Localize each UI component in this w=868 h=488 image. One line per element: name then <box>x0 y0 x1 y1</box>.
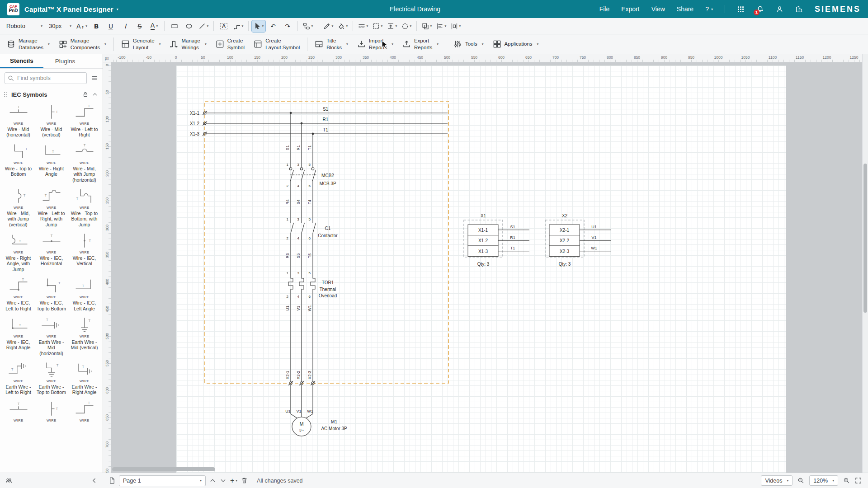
import-reports-button[interactable]: ImportReports▾ <box>353 36 397 52</box>
videos-select[interactable]: Videos ▾ <box>761 475 793 486</box>
help-icon: ? <box>705 5 709 13</box>
stencil-jump-v[interactable]: TWIREWire - Mid, with Jump (vertical) <box>3 187 34 227</box>
page-select[interactable]: Page 1 ▾ <box>119 475 206 486</box>
help-button[interactable]: ? ▾ <box>705 5 713 13</box>
menu-export[interactable]: Export <box>621 5 639 13</box>
stencil-iec-ra[interactable]: TWIREWire - IEC, Right Angle <box>3 316 34 356</box>
fit-screen-button[interactable] <box>855 477 862 484</box>
applications-button[interactable]: Applications▾ <box>489 38 543 50</box>
manage-components-button[interactable]: ManageComponents▾ <box>55 36 110 52</box>
spacing-button[interactable]: ▾ <box>385 20 399 32</box>
stencil-section-header[interactable]: IEC Symbols <box>0 88 103 101</box>
generate-layout-button[interactable]: GenerateLayout▾ <box>117 36 165 52</box>
wire-stencil-icon: TWIRE <box>6 232 31 254</box>
horizontal-scrollbar[interactable] <box>112 467 215 471</box>
selection-boundary[interactable] <box>205 101 448 383</box>
stencil-lr-jump[interactable]: TWIREWire - Left to Right, with Jump <box>36 187 67 227</box>
bold-button[interactable]: B <box>90 20 103 32</box>
stencil-iec-v[interactable]: TWIREWire - IEC, Vertical <box>69 232 100 272</box>
stencil-iec-lr[interactable]: TWIREWire - IEC, Left to Right <box>3 277 34 311</box>
lock-icon[interactable] <box>82 91 89 98</box>
line-weight-button[interactable]: ▾ <box>321 20 335 32</box>
collapse-section-button[interactable] <box>92 91 98 98</box>
export-reports-button[interactable]: ExportReports▾ <box>398 36 443 52</box>
zoom-out-button[interactable] <box>797 477 804 484</box>
font-color-button[interactable]: A▾ <box>147 20 161 32</box>
stencil-mid-v[interactable]: TWIREWire - Mid (vertical) <box>36 103 67 138</box>
italic-button[interactable]: I <box>118 20 132 32</box>
vertical-scrollbar[interactable] <box>862 54 868 473</box>
create-symbol-button[interactable]: CreateSymbol <box>212 36 249 52</box>
undo-button[interactable]: ↶ <box>266 20 280 32</box>
app-name-menu[interactable]: Capital™ X Panel Designer ▾ <box>24 5 118 13</box>
create-layout-symbol-button[interactable]: CreateLayout Symbol <box>250 36 304 52</box>
redo-button[interactable]: ↷ <box>281 20 294 32</box>
line-style-button[interactable]: ▾ <box>356 20 370 32</box>
collaboration-users-icon[interactable] <box>5 477 12 484</box>
stencil-earth-v[interactable]: TWIREEarth Wire - Mid (vertical) <box>69 316 100 356</box>
strikethrough-button[interactable]: S <box>133 20 146 32</box>
text-tool[interactable]: A <box>217 20 231 32</box>
title-blocks-button[interactable]: TitleBlocks▾ <box>311 36 352 52</box>
app-switcher-button[interactable] <box>737 5 745 13</box>
font-family-select[interactable]: Roboto▾ <box>4 20 45 32</box>
line-tool[interactable]: ▾ <box>197 20 210 32</box>
distribute-button[interactable]: ▾ <box>449 20 462 32</box>
stencil-ra-jump[interactable]: TWIREWire - Right Angle, with Jump <box>3 232 34 272</box>
menu-view[interactable]: View <box>651 5 665 13</box>
stencil-right-angle[interactable]: TWIREWire - Right Angle <box>36 142 67 183</box>
fill-color-button[interactable]: ▾ <box>336 20 349 32</box>
border-style-button[interactable]: ▾ <box>371 20 384 32</box>
font-size-select[interactable]: 30px▾ <box>46 20 74 32</box>
underline-button[interactable]: U <box>104 20 118 32</box>
stencil-mid-v[interactable]: TWIRE <box>36 400 67 423</box>
app-logo[interactable]: CAP PnD <box>7 3 19 15</box>
user-button[interactable] <box>776 5 783 13</box>
prev-page-button[interactable] <box>209 477 216 484</box>
vertical-scrollbar-thumb[interactable] <box>863 164 867 313</box>
stencil-earth-lr[interactable]: TWIREEarth Wire - Left to Right <box>3 361 34 395</box>
dash-style-button[interactable]: ▾ <box>400 20 413 32</box>
stencil-tb-jump[interactable]: TWIREWire - Top to Bottom, with Jump <box>69 187 100 227</box>
add-page-button[interactable]: + ▾ <box>230 477 237 484</box>
select-tool[interactable]: ▾ <box>252 20 265 32</box>
connector-tool[interactable]: ▾ <box>231 20 245 32</box>
stencil-iec-la[interactable]: TWIREWire - IEC, Left Angle <box>69 277 100 311</box>
stencil-earth-h[interactable]: TWIREEarth Wire - Mid (horizontal) <box>36 316 67 356</box>
organization-button[interactable] <box>795 5 803 13</box>
sidebar-collapse-button[interactable] <box>91 477 98 484</box>
font-adjust-button[interactable]: A▾ <box>75 20 89 32</box>
stencil-mid-h[interactable]: TWIREWire - Mid (horizontal) <box>3 103 34 138</box>
tab-stencils[interactable]: Stencils <box>0 54 43 68</box>
manage-databases-button[interactable]: ManageDatabases▾ <box>3 36 54 52</box>
menu-share[interactable]: Share <box>677 5 693 13</box>
group-button[interactable]: ▾ <box>420 20 434 32</box>
next-page-button[interactable] <box>220 477 226 484</box>
notifications-button[interactable]: 1 <box>756 5 764 13</box>
shapes-button[interactable]: ▾ <box>301 20 315 32</box>
stencil-menu-button[interactable] <box>91 75 98 82</box>
canvas-area[interactable]: X1-1S1X1-2R1X1-3T1U1V1W1S1R1T1R4S4T4R5S5… <box>103 54 868 473</box>
tools-button[interactable]: Tools▾ <box>449 38 488 50</box>
symbol-search[interactable] <box>5 72 87 84</box>
tab-plugins[interactable]: Plugins <box>43 54 87 68</box>
manage-wirings-button[interactable]: ManageWirings▾ <box>165 36 210 52</box>
stencil-iec-tb[interactable]: TWIREWire - IEC, Top to Bottom <box>36 277 67 311</box>
zoom-select[interactable]: 120% ▾ <box>809 475 838 486</box>
stencil-left-right[interactable]: TWIRE <box>69 400 100 423</box>
stencil-iec-h[interactable]: TWIREWire - IEC, Horizontal <box>36 232 67 272</box>
menu-file[interactable]: File <box>599 5 610 13</box>
delete-page-button[interactable] <box>241 477 248 484</box>
stencil-jump-h[interactable]: TWIREWire - Mid, with Jump (horizontal) <box>69 142 100 183</box>
electrical-schematic[interactable]: X1-1S1X1-2R1X1-3T1U1V1W1S1R1T1R4S4T4R5S5… <box>103 54 868 473</box>
stencil-earth-tb[interactable]: TWIREEarth Wire - Top to Bottom <box>36 361 67 395</box>
rectangle-tool[interactable] <box>168 20 181 32</box>
zoom-in-button[interactable] <box>843 477 850 484</box>
stencil-left-right[interactable]: TWIREWire - Left to Right <box>69 103 100 138</box>
stencil-earth-ra[interactable]: TWIREEarth Wire - Right Angle <box>69 361 100 395</box>
stencil-top-bottom[interactable]: TWIREWire - Top to Bottom <box>3 142 34 183</box>
search-input[interactable] <box>16 75 84 82</box>
align-button[interactable]: ▾ <box>434 20 448 32</box>
ellipse-tool[interactable] <box>182 20 196 32</box>
stencil-mid-h[interactable]: TWIRE <box>3 400 34 423</box>
